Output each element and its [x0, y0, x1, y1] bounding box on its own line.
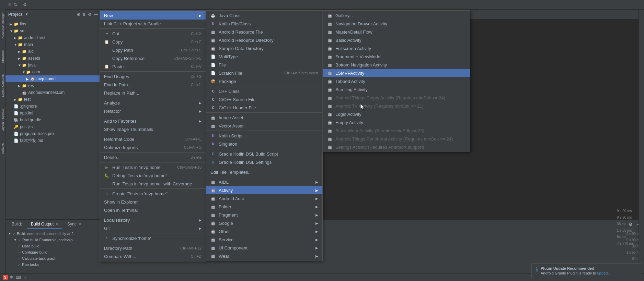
menu-item-copy[interactable]: 📋 Copy Ctrl+C [100, 38, 206, 46]
new-menu-vector-asset[interactable]: 🤖 Vector Asset [206, 122, 322, 130]
tree-item-src[interactable]: ▼ 📁 src [5, 27, 101, 34]
activity-menu-bottom-nav[interactable]: 🤖 Bottom Navigation Activity [323, 61, 470, 69]
activity-menu-master-detail[interactable]: 🤖 Master/Detail Flow [323, 28, 470, 36]
new-menu-android-resource-dir[interactable]: 🤖 Android Resource Directory [206, 36, 322, 44]
new-menu-service[interactable]: 🤖 Service ▶ [206, 235, 322, 244]
plugin-notification-link[interactable]: update. [597, 271, 610, 275]
project-sync-icon[interactable]: ⇅ [82, 12, 86, 17]
activity-menu-nav-drawer[interactable]: 🤖 Navigation Drawer Activity [323, 20, 470, 28]
menu-item-paste[interactable]: 📋 Paste Ctrl+V [100, 62, 206, 71]
menu-item-replace-in-path[interactable]: Replace in Path... [100, 89, 206, 97]
sync-close[interactable]: ✕ [79, 222, 81, 226]
menu-item-new[interactable]: New ▶ [100, 11, 206, 20]
tree-item-androidmanifest[interactable]: ▶ 🤖 AndroidManifest.xml [5, 89, 101, 96]
new-menu-aidl[interactable]: 🤖 AIDL ▶ [206, 178, 322, 186]
sidebar-tab-resource-manager[interactable]: Resource Manager [0, 11, 5, 40]
new-menu-image-asset[interactable]: 🤖 Image Asset [206, 113, 322, 122]
new-menu-java-class[interactable]: ☕ Java Class [206, 11, 322, 20]
tree-item-assets[interactable]: ▶ 📁 assets [5, 55, 101, 62]
activity-menu-empty[interactable]: 🤖 Empty Activity [323, 118, 470, 126]
activity-menu-login[interactable]: 🤖 Login Activity [323, 110, 470, 118]
activity-menu-lsmvp[interactable]: 🤖 LSMVPActivity [323, 69, 470, 77]
activity-menu-fullscreen[interactable]: 🤖 Fullscreen Activity [323, 44, 470, 52]
activity-menu-gallery[interactable]: 🤖 Gallery... [323, 11, 470, 20]
new-menu-kotlin-script[interactable]: K Kotlin Script [206, 132, 322, 140]
menu-item-show-in-explorer[interactable]: Show in Explorer [100, 198, 206, 206]
new-menu-android-resource-file[interactable]: 🤖 Android Resource File [206, 28, 322, 36]
new-menu-folder[interactable]: 🤖 Folder ▶ [206, 203, 322, 211]
new-menu-fragment[interactable]: 🤖 Fragment ▶ [206, 211, 322, 219]
menu-item-copy-path[interactable]: Copy Path Ctrl+Shift+C [100, 46, 206, 54]
menu-item-debug-tests[interactable]: 🐛 Debug 'Tests in 'mvp.home'' [100, 171, 206, 180]
menu-item-find-usages[interactable]: Find Usages Ctrl+G [100, 72, 206, 81]
tree-item-main[interactable]: ▼ 📁 main [5, 41, 101, 48]
new-menu-cpp-header[interactable]: C C/C++ Header File [206, 103, 322, 112]
build-tab-sync[interactable]: Sync ✕ [64, 220, 85, 229]
new-menu-other[interactable]: 🤖 Other ▶ [206, 227, 322, 235]
new-menu-kotlin-file[interactable]: K Kotlin File/Class [206, 20, 322, 28]
menu-item-open-terminal[interactable]: Open in Terminal [100, 206, 206, 214]
tree-item-test[interactable]: ▶ 📁 test [5, 96, 101, 103]
menu-item-compare-with[interactable]: Compare With... Ctrl+D [100, 252, 206, 260]
activity-menu-fragment-viewmodel[interactable]: 🤖 Fragment + ViewModel [323, 52, 470, 61]
tree-item-java[interactable]: ▼ 📁 java [5, 62, 101, 69]
menu-item-synchronize[interactable]: ↻ Synchronize 'home' [100, 234, 206, 242]
menu-item-run-with-coverage[interactable]: Run 'Tests in 'mvp.home'' with Coverage [100, 180, 206, 188]
sidebar-tab-variants[interactable]: Variants [0, 142, 5, 156]
new-menu-cpp-class[interactable]: C C++ Class [206, 87, 322, 95]
menu-item-run-tests[interactable]: ▶ Run 'Tests in 'mvp.home'' Ctrl+Shift+F… [100, 163, 206, 171]
tree-item-com[interactable]: ▼ 📁 com [5, 69, 101, 75]
new-menu-gradle-kotlin-dsl-settings[interactable]: G Gradle Kotlin DSL Settings [206, 158, 322, 166]
tree-item-androidtest[interactable]: ▶ 📁 androidTest [5, 34, 101, 41]
menu-item-git[interactable]: Git ▶ [100, 224, 206, 232]
menu-item-optimize[interactable]: Optimize Imports Ctrl+Alt+O [100, 143, 206, 151]
activity-menu-scrolling[interactable]: 🤖 Scrolling Activity [323, 85, 470, 94]
menu-item-reformat[interactable]: Reformat Code Ctrl+Alt+L [100, 135, 206, 143]
new-menu-wear[interactable]: 🤖 Wear ▶ [206, 252, 322, 260]
tree-item-buildgradle[interactable]: ▶ 🐘 build.gradle [5, 117, 101, 123]
new-menu-gradle-kotlin-dsl-build[interactable]: G Gradle Kotlin DSL Build Script [206, 150, 322, 158]
new-menu-cpp-source[interactable]: C C/C++ Source File [206, 95, 322, 103]
new-menu-android-auto[interactable]: 🤖 Android Auto ▶ [206, 194, 322, 203]
menu-item-find-in-path[interactable]: Find in Path... Ctrl+H [100, 81, 206, 89]
new-menu-singleton[interactable]: K Singleton [206, 140, 322, 148]
new-menu-scratch-file[interactable]: 📄 Scratch File Ctrl+Alt+Shift+Insert [206, 69, 322, 77]
tree-item-mvphome[interactable]: ▶ 🏠 mvp.home [5, 75, 101, 82]
sidebar-tab-structure[interactable]: Structure [0, 49, 5, 64]
menu-item-create-tests[interactable]: ⊕ Create 'Tests in 'mvp.home''... [100, 190, 206, 198]
sidebar-tab-layout-captures[interactable]: Layout Captures [0, 73, 5, 98]
menu-item-analyze[interactable]: Analyze ▶ [100, 99, 206, 107]
new-menu-multitype[interactable]: 📄 MultiType [206, 52, 322, 61]
project-minimize-icon[interactable]: — [94, 12, 98, 17]
tree-item-version[interactable]: ▶ 📄 版本控制.md [5, 137, 101, 144]
menu-item-local-history[interactable]: Local History ▶ [100, 216, 206, 224]
new-menu-google[interactable]: 🤖 Google ▶ [206, 219, 322, 227]
new-menu-edit-templates[interactable]: Edit File Templates... [206, 168, 322, 176]
menu-item-directory-path[interactable]: Directory Path Ctrl+Alt+F12 [100, 244, 206, 252]
tree-item-gitignore[interactable]: ▶ 📄 .gitignore [5, 103, 101, 110]
tree-item-appiml[interactable]: ▶ 📄 app.iml [5, 110, 101, 117]
tree-item-posjks[interactable]: ▶ 🔑 pos.jks [5, 123, 101, 130]
build-tab-build-output[interactable]: Build Output ✕ [27, 220, 62, 229]
tree-item-proguard[interactable]: ▶ 📄 proguard-rules.pro [5, 130, 101, 137]
tree-item-libs[interactable]: ▶ 📁 libs [5, 21, 101, 27]
menu-item-show-thumbnails[interactable]: Show Image Thumbnails [100, 125, 206, 133]
activity-menu-tabbed[interactable]: 🤖 Tabbed Activity [323, 77, 470, 85]
menu-item-add-favorites[interactable]: Add to Favorites ▶ [100, 117, 206, 125]
new-menu-sample-data-dir[interactable]: 🤖 Sample Data Directory [206, 44, 322, 52]
tree-item-aidl[interactable]: ▶ 📁 aidl [5, 48, 101, 55]
activity-menu-basic[interactable]: 🤖 Basic Activity [323, 36, 470, 44]
menu-item-delete[interactable]: Delete... Delete [100, 153, 206, 161]
project-add-icon[interactable]: ⊕ [77, 12, 80, 17]
new-menu-package[interactable]: 📦 Package [206, 77, 322, 85]
menu-item-copy-ref[interactable]: Copy Reference Ctrl+Alt+Shift+C [100, 54, 206, 62]
project-dropdown-icon[interactable]: ▼ [25, 12, 28, 16]
build-tab-build[interactable]: Build: [8, 220, 25, 229]
menu-item-link-cpp[interactable]: Link C++ Project with Gradle [100, 20, 206, 28]
build-output-close[interactable]: ✕ [56, 222, 58, 226]
project-gear-icon[interactable]: ⚙ [88, 12, 92, 17]
sidebar-tab-layout-inspector[interactable]: Layout Inspector [0, 107, 5, 133]
tree-item-res[interactable]: ▶ 📁 res [5, 82, 101, 89]
new-menu-ui-component[interactable]: 🤖 UI Component ▶ [206, 244, 322, 252]
new-menu-activity[interactable]: 🤖 Activity ▶ [206, 186, 322, 194]
